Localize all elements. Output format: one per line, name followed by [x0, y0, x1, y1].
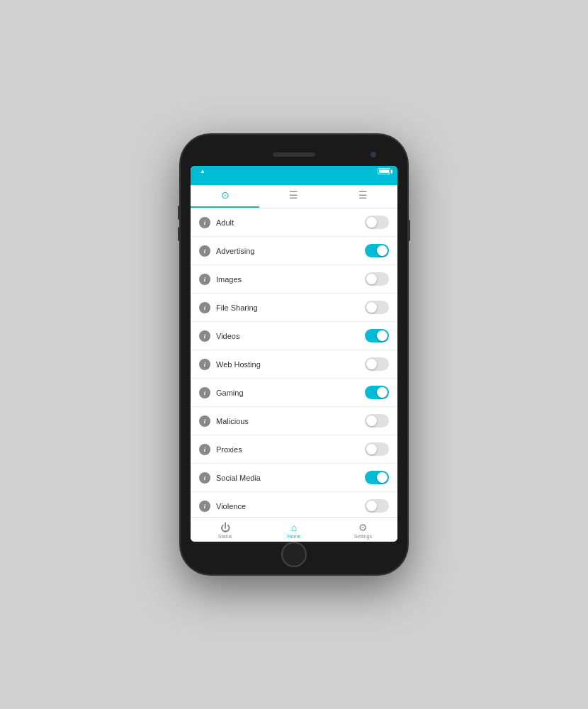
info-icon[interactable]: i [199, 387, 210, 398]
category-item: i Malicious [191, 407, 397, 435]
battery-area [378, 168, 390, 174]
category-item: i Images [191, 265, 397, 294]
category-toggle[interactable] [365, 471, 389, 484]
info-icon[interactable]: i [199, 472, 210, 484]
categories-icon: ⊙ [221, 189, 230, 201]
tab-blocked[interactable]: ☰ [329, 185, 397, 208]
bottom-nav-status[interactable]: ⏻ Status [191, 518, 259, 542]
category-label: Social Media [216, 474, 365, 482]
info-icon[interactable]: i [199, 274, 210, 285]
category-item: i Gaming [191, 379, 397, 407]
toggle-thumb [366, 302, 377, 313]
category-label: Violence [216, 502, 365, 510]
settings-label: Settings [354, 534, 372, 539]
category-toggle[interactable] [365, 216, 389, 229]
category-toggle[interactable] [365, 357, 389, 371]
info-icon[interactable]: i [199, 302, 210, 313]
toggle-thumb [366, 444, 377, 454]
info-icon[interactable]: i [199, 501, 210, 512]
status-bar: ▲ [191, 166, 397, 177]
status-label: Status [218, 534, 232, 539]
allowed-icon: ☰ [289, 189, 298, 201]
toggle-thumb [366, 217, 377, 228]
blocked-icon: ☰ [358, 189, 368, 201]
category-toggle[interactable] [365, 414, 389, 428]
category-label: Images [216, 275, 365, 284]
category-label: Adult [216, 218, 365, 227]
info-icon[interactable]: i [199, 415, 210, 427]
battery-icon [378, 168, 390, 174]
speaker [273, 152, 315, 157]
info-icon[interactable]: i [199, 444, 210, 455]
category-label: Proxies [216, 445, 365, 454]
category-label: Advertising [216, 247, 365, 255]
category-label: File Sharing [216, 303, 365, 312]
nav-bar [191, 177, 397, 185]
tab-allowed[interactable]: ☰ [259, 185, 328, 208]
category-toggle[interactable] [365, 244, 389, 257]
toggle-thumb [366, 359, 377, 369]
category-toggle[interactable] [365, 329, 389, 342]
battery-fill [379, 169, 389, 173]
front-camera [371, 152, 376, 157]
category-item: i Social Media [191, 464, 397, 492]
carrier-area: ▲ [198, 168, 205, 174]
category-item: i Proxies [191, 435, 397, 464]
phone-screen: ▲ ⊙ ☰ [191, 166, 397, 542]
category-item: i Web Hosting [191, 350, 397, 379]
phone-top-bar [191, 145, 397, 164]
toggle-thumb [366, 415, 377, 426]
category-toggle[interactable] [365, 301, 389, 314]
home-button[interactable] [281, 542, 307, 567]
info-icon[interactable]: i [199, 245, 210, 257]
category-label: Videos [216, 332, 365, 340]
status-icon: ⏻ [220, 522, 230, 533]
toggle-thumb [377, 245, 388, 256]
bottom-nav-home[interactable]: ⌂ Home [259, 518, 328, 542]
bottom-nav: ⏻ Status ⌂ Home ⚙ Settings [191, 517, 397, 542]
category-item: i Adult [191, 208, 397, 237]
home-label: Home [288, 534, 301, 539]
volume-down-button[interactable] [178, 227, 181, 241]
tab-categories[interactable]: ⊙ [191, 185, 259, 208]
category-toggle[interactable] [365, 272, 389, 286]
category-toggle[interactable] [365, 386, 389, 399]
category-label: Malicious [216, 417, 365, 425]
category-item: i Violence [191, 492, 397, 517]
category-list: i Adult i Advertising i Images i File Sh… [191, 208, 397, 517]
volume-up-button[interactable] [178, 206, 181, 220]
toggle-thumb [366, 501, 377, 511]
toggle-thumb [366, 274, 377, 284]
bottom-nav-settings[interactable]: ⚙ Settings [329, 518, 397, 542]
category-item: i Videos [191, 322, 397, 350]
sub-tab-bar: ⊙ ☰ ☰ [191, 185, 397, 208]
category-toggle[interactable] [365, 499, 389, 513]
info-icon[interactable]: i [199, 330, 210, 342]
toggle-thumb [377, 472, 388, 483]
category-item: i File Sharing [191, 294, 397, 322]
phone-bottom-bar [191, 545, 397, 564]
info-icon[interactable]: i [199, 217, 210, 228]
info-icon[interactable]: i [199, 359, 210, 370]
home-icon: ⌂ [291, 522, 297, 533]
settings-icon: ⚙ [358, 522, 368, 533]
category-label: Web Hosting [216, 360, 365, 369]
toggle-thumb [377, 330, 388, 341]
phone-device: ▲ ⊙ ☰ [181, 135, 407, 574]
category-toggle[interactable] [365, 442, 389, 456]
category-item: i Advertising [191, 237, 397, 265]
category-label: Gaming [216, 389, 365, 397]
toggle-thumb [377, 387, 388, 398]
wifi-icon: ▲ [200, 168, 205, 174]
power-button[interactable] [407, 220, 410, 241]
